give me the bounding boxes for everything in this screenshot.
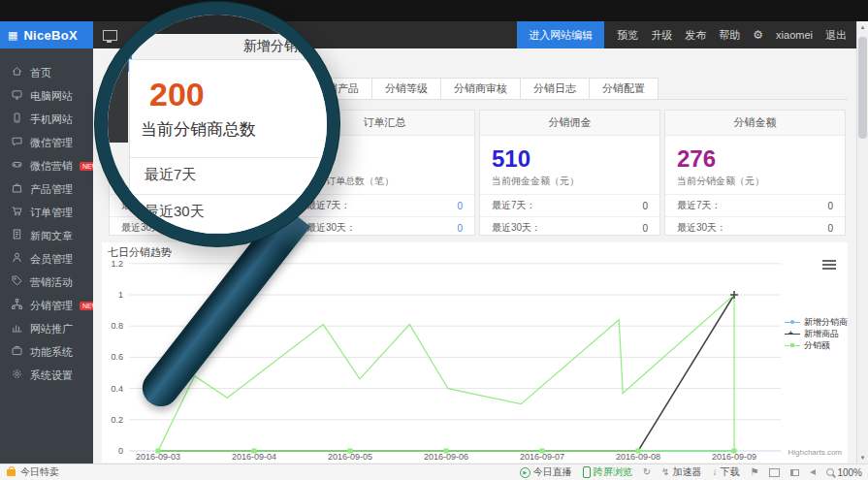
status-item-跨屏浏览[interactable]: 跨屏浏览 bbox=[583, 465, 632, 479]
sidebar-item-bars[interactable]: 网站推广 bbox=[0, 317, 93, 340]
card-row: 最近7天：0 bbox=[295, 194, 474, 216]
status-item-window[interactable] bbox=[769, 468, 780, 477]
sidebar-item-monitor[interactable]: 电脑网站 bbox=[0, 84, 93, 108]
magnified-value: 200 bbox=[149, 76, 205, 113]
sidebar-item-label: 营销活动 bbox=[30, 275, 73, 290]
phone-icon bbox=[583, 466, 591, 478]
svg-text:0.8: 0.8 bbox=[111, 321, 123, 331]
sidebar-item-label: 产品管理 bbox=[30, 182, 73, 197]
home-icon bbox=[11, 64, 23, 81]
card-row: 最近7天：0 bbox=[480, 194, 659, 216]
magnified-card-title: 新增分销商 bbox=[243, 38, 311, 55]
status-item-text[interactable]: ⚑ bbox=[750, 467, 758, 477]
magnifier-lens: 新增分销商 200 当前分销商总数 最近7天 最近30天 bbox=[95, 2, 339, 246]
header-actions: 进入网站编辑 预览升级发布帮助 ⚙ xiaomei 退出 bbox=[517, 21, 856, 48]
stat-card-3: 分销金额276当前分销金额（元）最近7天：0最近30天：0 bbox=[664, 110, 846, 236]
header-link-1[interactable]: 升级 bbox=[651, 28, 672, 43]
card-value: 510 bbox=[492, 145, 659, 173]
svg-text:0.4: 0.4 bbox=[111, 384, 123, 394]
sidebar-item-sitemap[interactable]: 分销管理NEW bbox=[0, 294, 93, 317]
card-row: 最近30天：0 bbox=[295, 216, 474, 239]
scrollbar-thumb[interactable] bbox=[858, 37, 867, 139]
magnified-label: 当前分销商总数 bbox=[141, 118, 256, 141]
gamepad-icon bbox=[11, 157, 23, 175]
sidebar-item-label: 功能系统 bbox=[30, 345, 73, 360]
monitor-icon bbox=[11, 87, 23, 105]
tab-2[interactable]: 分销商审核 bbox=[440, 78, 521, 99]
window-icon bbox=[769, 468, 780, 477]
tab-1[interactable]: 分销等级 bbox=[371, 78, 441, 99]
header-link-0[interactable]: 预览 bbox=[617, 28, 638, 43]
chat-icon bbox=[11, 134, 23, 151]
status-item-下载[interactable]: ↓下载 bbox=[712, 465, 739, 479]
status-item-speaker[interactable] bbox=[810, 469, 816, 475]
today-deals-label: 今日特卖 bbox=[20, 465, 59, 479]
bag-icon bbox=[11, 180, 23, 198]
sidebar-item-tag[interactable]: 营销活动 bbox=[0, 271, 93, 294]
sidebar-item-home[interactable]: 首页 bbox=[0, 61, 93, 84]
sidebar-item-gear[interactable]: 系统设置 bbox=[0, 364, 93, 387]
gear-icon[interactable]: ⚙ bbox=[753, 28, 763, 42]
card-label: 当前分销金额（元） bbox=[677, 175, 845, 188]
card-row: 最近7天：0 bbox=[665, 194, 845, 216]
status-item-今日直播[interactable]: ▶今日直播 bbox=[520, 465, 572, 479]
cart-icon bbox=[11, 204, 23, 221]
sidebar-item-label: 网站推广 bbox=[30, 322, 73, 336]
bars-icon bbox=[11, 320, 23, 337]
sidebar-item-case[interactable]: 功能系统 bbox=[0, 340, 93, 364]
svg-text:0.2: 0.2 bbox=[111, 415, 123, 425]
sidebar-item-bag[interactable]: 产品管理 bbox=[0, 177, 93, 201]
gear-icon bbox=[11, 367, 23, 384]
scrollbar[interactable]: ▲ ▼ bbox=[856, 21, 868, 464]
grid-icon: ▦ bbox=[8, 30, 17, 41]
card-value: 276 bbox=[677, 145, 845, 173]
status-today-deals[interactable]: 今日特卖 bbox=[7, 465, 59, 479]
desktop-view-icon[interactable] bbox=[103, 30, 117, 41]
sidebar-item-label: 系统设置 bbox=[30, 368, 73, 383]
sidebar-item-label: 电脑网站 bbox=[30, 89, 73, 104]
logo[interactable]: ▦ NiceBoX bbox=[0, 21, 93, 48]
sidebar-item-user[interactable]: 会员管理 bbox=[0, 247, 93, 271]
status-item-100%[interactable]: 100% bbox=[826, 467, 862, 478]
svg-text:1.2: 1.2 bbox=[111, 259, 123, 269]
chart-svg: 00.20.40.60.811.22016-09-032016-09-04201… bbox=[102, 242, 848, 463]
sidebar-item-label: 新闻文章 bbox=[30, 229, 73, 243]
sidebar-item-label: 分销管理 bbox=[30, 299, 73, 313]
sidebar-item-label: 手机网站 bbox=[30, 112, 73, 127]
header-link-2[interactable]: 发布 bbox=[685, 28, 706, 43]
speaker-icon bbox=[810, 469, 816, 475]
scrollbar-up-arrow[interactable]: ▲ bbox=[857, 24, 868, 30]
card-label: 当前订单总数（笔） bbox=[306, 175, 474, 188]
logout-link[interactable]: 退出 bbox=[825, 28, 847, 43]
svg-text:1: 1 bbox=[118, 290, 123, 300]
browser-status-bar: 今日特卖 ▶今日直播跨屏浏览↻↯加速器↓下载⚑100% bbox=[0, 464, 868, 480]
sidebar-item-gamepad[interactable]: 微信营销NEW bbox=[0, 154, 93, 177]
sidebar-item-cart[interactable]: 订单管理 bbox=[0, 201, 93, 224]
magnified-row-30d: 最近30天 bbox=[145, 203, 205, 221]
sidebar-item-label: 微信管理 bbox=[30, 136, 73, 150]
sidebar-item-doc[interactable]: 新闻文章 bbox=[0, 224, 93, 247]
card-row: 最近30天：0 bbox=[480, 216, 659, 239]
username[interactable]: xiaomei bbox=[776, 29, 813, 41]
stat-card-2: 分销佣金510当前佣金金额（元）最近7天：0最近30天：0 bbox=[479, 110, 660, 236]
sidebar-item-label: 会员管理 bbox=[30, 252, 73, 267]
tab-3[interactable]: 分销日志 bbox=[520, 78, 590, 99]
scrollbar-down-arrow[interactable]: ▼ bbox=[857, 455, 868, 461]
card-row: 最近30天：0 bbox=[665, 216, 845, 239]
status-item-window2[interactable] bbox=[790, 469, 799, 476]
card-title: 分销佣金 bbox=[480, 111, 659, 136]
magnified-card: 200 当前分销商总数 最近7天 最近30天 bbox=[129, 59, 337, 234]
logo-text: NiceBoX bbox=[23, 28, 78, 43]
status-item-text[interactable]: ↻ bbox=[643, 467, 651, 477]
sidebar-item-label: 微信营销 bbox=[30, 159, 73, 174]
enter-site-editor-button[interactable]: 进入网站编辑 bbox=[517, 21, 604, 48]
tag-icon bbox=[11, 273, 23, 291]
header-link-3[interactable]: 帮助 bbox=[719, 28, 740, 43]
svg-text:0.6: 0.6 bbox=[111, 352, 123, 362]
phone-icon bbox=[11, 111, 23, 128]
sidebar-item-label: 首页 bbox=[30, 66, 51, 80]
status-item-加速器[interactable]: ↯加速器 bbox=[661, 465, 701, 479]
sidebar-item-phone[interactable]: 手机网站 bbox=[0, 108, 93, 131]
sidebar-item-chat[interactable]: 微信管理 bbox=[0, 131, 93, 154]
tab-4[interactable]: 分销配置 bbox=[589, 78, 659, 99]
